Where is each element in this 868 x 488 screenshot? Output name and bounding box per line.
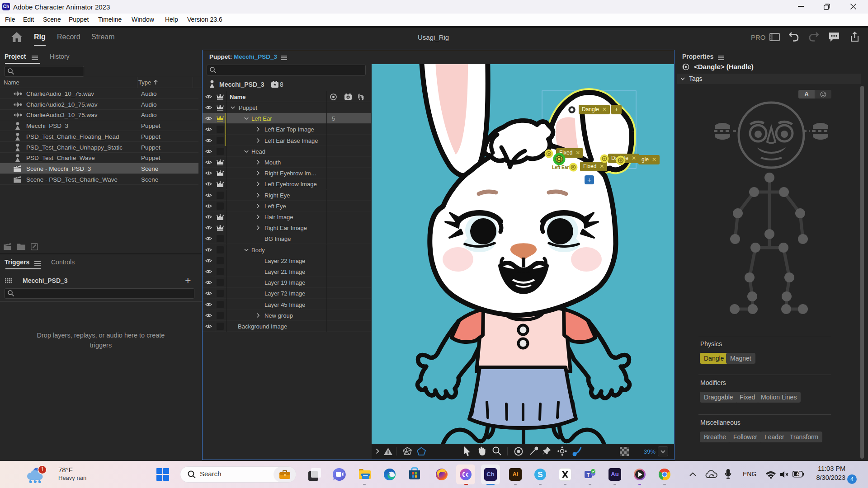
svg-text:T: T bbox=[587, 472, 590, 478]
svg-text:S: S bbox=[538, 470, 542, 479]
